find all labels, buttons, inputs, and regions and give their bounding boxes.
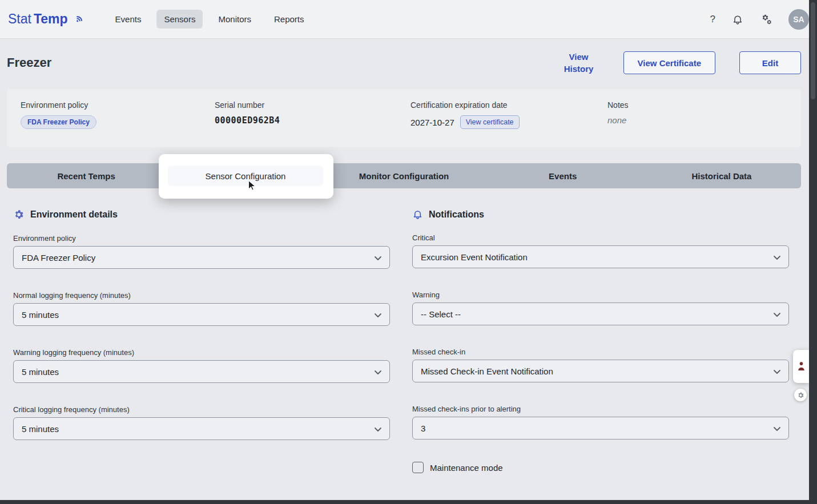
- notifications-title: Notifications: [429, 209, 484, 220]
- nav-item-sensors[interactable]: Sensors: [156, 10, 203, 29]
- chevron-down-icon: [772, 310, 782, 319]
- environment-policy-select[interactable]: FDA Freezer Policy: [13, 246, 390, 269]
- tab-monitor-configuration[interactable]: Monitor Configuration: [324, 163, 483, 188]
- nav-item-events[interactable]: Events: [108, 10, 149, 29]
- environment-policy-chip[interactable]: FDA Freezer Policy: [21, 115, 96, 129]
- missed-checkins-count-select-value: 3: [421, 424, 425, 433]
- summary-environment-policy: Environment policy FDA Freezer Policy: [21, 100, 215, 147]
- critical-frequency-field-label: Critical logging frequency (minutes): [13, 405, 390, 414]
- settings-gears-icon[interactable]: [760, 13, 772, 26]
- warning-notification-select[interactable]: -- Select --: [412, 303, 789, 325]
- nav-item-reports[interactable]: Reports: [267, 10, 312, 29]
- environment-policy-field-label: Environment policy: [13, 234, 390, 243]
- bell-icon: [412, 209, 423, 220]
- widget-settings-bubble[interactable]: [794, 389, 807, 401]
- environment-policy-select-value: FDA Freezer Policy: [22, 253, 95, 263]
- serial-number-value: 00000ED962B4: [215, 115, 410, 126]
- notifications-section: Notifications Critical Excursion Event N…: [412, 209, 789, 473]
- tab-events[interactable]: Events: [484, 163, 642, 188]
- critical-frequency-select-value: 5 minutes: [22, 424, 59, 434]
- tabs-wrap: Recent Temps Monitor Configuration Event…: [7, 163, 801, 188]
- warning-notification-field-label: Warning: [412, 291, 789, 299]
- help-icon[interactable]: ?: [710, 14, 715, 25]
- view-certificate-mini-button[interactable]: View certificate: [460, 115, 520, 129]
- missed-checkins-count-field-label: Missed check-ins prior to alerting: [412, 405, 789, 413]
- serial-number-label: Serial number: [215, 100, 410, 110]
- page-title: Freezer: [7, 55, 51, 70]
- environment-policy-label: Environment policy: [21, 100, 215, 110]
- window-edge: [0, 500, 817, 504]
- header-actions: View History View Certificate Edit: [558, 51, 801, 75]
- view-certificate-button[interactable]: View Certificate: [623, 51, 715, 74]
- scrollbar[interactable]: [809, 0, 817, 504]
- gear-icon: [13, 209, 25, 220]
- chevron-down-icon: [772, 424, 782, 433]
- summary-certification: Certification expiration date 2027-10-27…: [410, 100, 607, 147]
- main-nav: Events Sensors Monitors Reports: [108, 10, 312, 29]
- critical-notification-field-label: Critical: [412, 233, 789, 242]
- cert-expiration-date: 2027-10-27: [410, 118, 454, 127]
- view-history-link[interactable]: View History: [558, 51, 599, 75]
- chevron-down-icon: [373, 253, 383, 263]
- summary-serial: Serial number 00000ED962B4: [215, 100, 410, 147]
- tour-spotlight: Sensor Configuration: [159, 154, 333, 199]
- person-icon: [796, 361, 806, 372]
- maintenance-mode-row: Maintenance mode: [412, 462, 789, 473]
- chevron-down-icon: [373, 425, 383, 434]
- assistant-widget[interactable]: [793, 350, 809, 383]
- tab-historical-data[interactable]: Historical Data: [642, 163, 801, 188]
- chevron-down-icon: [772, 253, 782, 262]
- maintenance-mode-label: Maintenance mode: [430, 463, 503, 473]
- brand-temp: Temp: [34, 11, 68, 27]
- missed-checkins-count-select[interactable]: 3: [412, 417, 789, 440]
- summary-notes: Notes none: [607, 100, 801, 147]
- normal-frequency-select[interactable]: 5 minutes: [13, 303, 390, 326]
- warning-frequency-select[interactable]: 5 minutes: [13, 360, 390, 383]
- sensor-configuration-panel: Environment details Environment policy F…: [0, 209, 817, 473]
- missed-checkin-field-label: Missed check-in: [412, 348, 789, 356]
- warning-notification-select-value: -- Select --: [421, 309, 461, 319]
- brand-stat: Stat: [8, 11, 31, 27]
- normal-frequency-field-label: Normal logging frequency (minutes): [13, 291, 390, 300]
- edit-button[interactable]: Edit: [739, 51, 801, 74]
- nav-right: ? SA: [710, 9, 809, 30]
- avatar[interactable]: SA: [788, 9, 809, 30]
- nav-item-monitors[interactable]: Monitors: [211, 10, 259, 29]
- tab-sensor-configuration[interactable]: Sensor Configuration: [168, 166, 323, 186]
- brand-logo[interactable]: StatTemp: [8, 11, 85, 27]
- notes-value: none: [607, 115, 801, 125]
- critical-frequency-select[interactable]: 5 minutes: [13, 417, 390, 440]
- cert-expiration-label: Certification expiration date: [410, 100, 607, 110]
- chevron-down-icon: [373, 368, 383, 377]
- sensor-logo-icon: [73, 13, 85, 26]
- notes-label: Notes: [607, 100, 801, 110]
- bell-icon[interactable]: [731, 13, 744, 26]
- summary-card: Environment policy FDA Freezer Policy Se…: [7, 89, 801, 147]
- page-header: Freezer View History View Certificate Ed…: [0, 39, 817, 87]
- maintenance-mode-checkbox[interactable]: [412, 462, 424, 473]
- chevron-down-icon: [373, 311, 383, 320]
- tab-recent-temps[interactable]: Recent Temps: [7, 163, 166, 188]
- warning-frequency-field-label: Warning logging frequency (minutes): [13, 348, 390, 357]
- tabs-row: Recent Temps Monitor Configuration Event…: [7, 163, 801, 188]
- scrollbar-thumb[interactable]: [811, 2, 815, 99]
- chevron-down-icon: [772, 367, 782, 376]
- missed-checkin-select-value: Missed Check-in Event Notification: [421, 366, 553, 376]
- environment-details-section: Environment details Environment policy F…: [13, 209, 390, 473]
- critical-notification-select[interactable]: Excursion Event Notification: [412, 245, 789, 268]
- normal-frequency-select-value: 5 minutes: [22, 310, 59, 320]
- critical-notification-select-value: Excursion Event Notification: [421, 252, 528, 262]
- top-nav: StatTemp Events Sensors Monitors Reports…: [0, 0, 817, 39]
- missed-checkin-select[interactable]: Missed Check-in Event Notification: [412, 360, 789, 382]
- gear-icon: [797, 392, 804, 399]
- warning-frequency-select-value: 5 minutes: [22, 367, 59, 377]
- environment-details-title: Environment details: [30, 209, 118, 220]
